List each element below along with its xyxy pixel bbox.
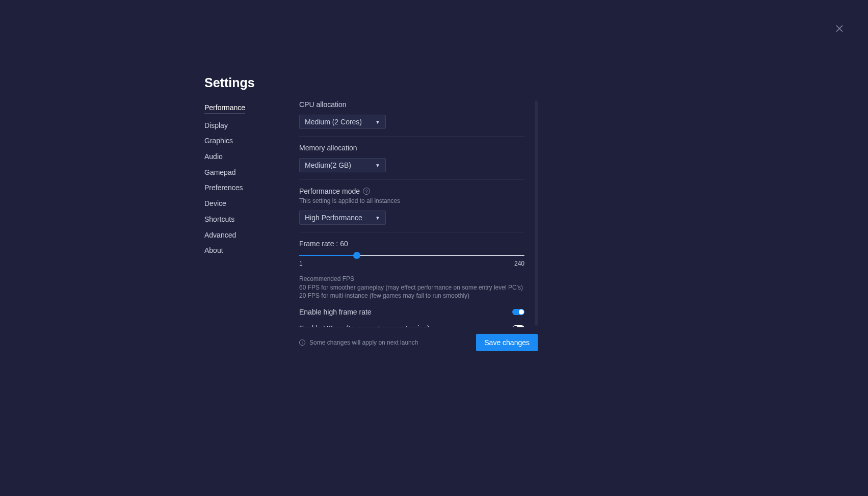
framerate-slider[interactable]	[299, 255, 524, 256]
perfmode-note: This setting is applied to all instances	[299, 197, 524, 204]
memory-dropdown[interactable]: Medium(2 GB) ▼	[299, 158, 386, 172]
chevron-down-icon: ▼	[375, 215, 380, 221]
sidebar-item-audio[interactable]: Audio	[204, 152, 276, 161]
help-icon[interactable]: ?	[363, 188, 370, 195]
chevron-down-icon: ▼	[375, 119, 380, 125]
slider-fill	[299, 255, 357, 256]
toggle-row-vsync: Enable VSync (to prevent screen tearing)	[299, 324, 524, 327]
main-panel: CPU allocation Medium (2 Cores) ▼ Memory…	[299, 100, 538, 327]
sidebar-item-performance[interactable]: Performance	[204, 103, 245, 114]
sidebar-item-graphics[interactable]: Graphics	[204, 136, 276, 145]
settings-sidebar: Performance Display Graphics Audio Gamep…	[204, 103, 276, 262]
framerate-label: Frame rate : 60	[299, 240, 348, 248]
performance-mode-section: Performance mode ? This setting is appli…	[299, 187, 524, 232]
high-frame-rate-toggle[interactable]	[512, 309, 524, 315]
frame-rate-section: Frame rate : 60 1 240 Recommended FPS 60…	[299, 240, 524, 327]
cpu-label: CPU allocation	[299, 100, 524, 109]
memory-label: Memory allocation	[299, 144, 524, 152]
close-icon[interactable]	[835, 24, 844, 33]
cpu-dropdown[interactable]: Medium (2 Cores) ▼	[299, 115, 386, 129]
vsync-toggle[interactable]	[512, 325, 524, 327]
sidebar-item-about[interactable]: About	[204, 246, 276, 255]
recommended-fps-text: 60 FPS for smoother gameplay (may effect…	[299, 283, 524, 300]
high-frame-rate-label: Enable high frame rate	[299, 308, 372, 316]
page-title: Settings	[204, 75, 255, 90]
save-button[interactable]: Save changes	[476, 334, 538, 351]
footer: i Some changes will apply on next launch…	[299, 334, 538, 351]
sidebar-item-display[interactable]: Display	[204, 121, 276, 130]
sidebar-item-device[interactable]: Device	[204, 199, 276, 208]
sidebar-item-preferences[interactable]: Preferences	[204, 183, 276, 192]
cpu-allocation-section: CPU allocation Medium (2 Cores) ▼	[299, 100, 524, 137]
sidebar-item-shortcuts[interactable]: Shortcuts	[204, 215, 276, 224]
cpu-dropdown-value: Medium (2 Cores)	[305, 118, 362, 126]
toggle-row-high-frame-rate: Enable high frame rate	[299, 308, 524, 316]
memory-allocation-section: Memory allocation Medium(2 GB) ▼	[299, 144, 524, 180]
framerate-max: 240	[514, 260, 524, 267]
footer-note-text: Some changes will apply on next launch	[309, 339, 418, 346]
vsync-label: Enable VSync (to prevent screen tearing)	[299, 324, 430, 327]
sidebar-item-advanced[interactable]: Advanced	[204, 230, 276, 240]
chevron-down-icon: ▼	[375, 163, 380, 168]
recommended-fps-title: Recommended FPS	[299, 275, 524, 282]
framerate-min: 1	[299, 260, 303, 267]
memory-dropdown-value: Medium(2 GB)	[305, 161, 351, 169]
scrollbar[interactable]	[535, 100, 538, 326]
info-icon: i	[299, 340, 305, 346]
perfmode-dropdown-value: High Performance	[305, 214, 362, 222]
perfmode-label: Performance mode	[299, 187, 360, 195]
slider-thumb[interactable]	[353, 252, 360, 259]
sidebar-item-gamepad[interactable]: Gamepad	[204, 168, 276, 177]
perfmode-dropdown[interactable]: High Performance ▼	[299, 211, 386, 225]
